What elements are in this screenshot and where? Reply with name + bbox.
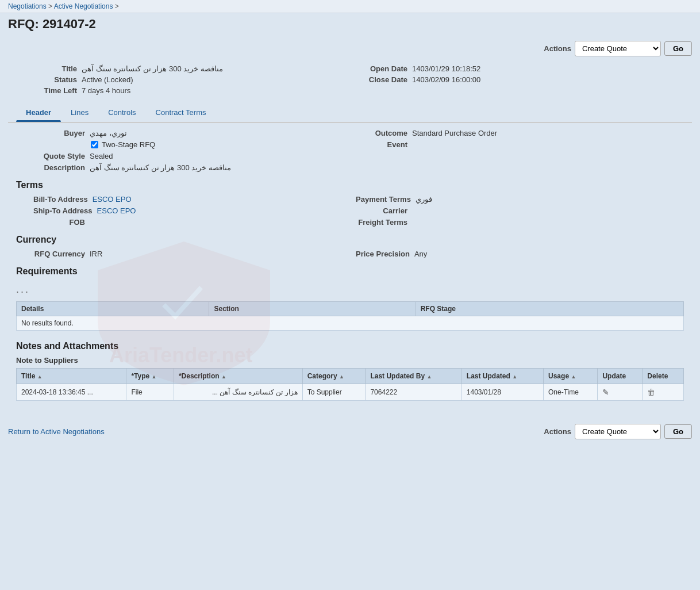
go-button-bottom[interactable]: Go <box>664 424 692 439</box>
three-dots: ... <box>16 281 684 298</box>
notes-row-delete-action[interactable]: 🗑 <box>643 384 684 401</box>
note-to-suppliers-label: Note to Suppliers <box>16 356 684 365</box>
req-col-rfq-stage: RFQ Stage <box>416 302 683 316</box>
open-date-row: Open Date 1403/01/29 10:18:52 <box>356 64 675 73</box>
page-header: RFQ: 291407-2 <box>0 13 700 37</box>
event-row: Event <box>356 140 667 149</box>
ship-to-row: Ship-To Address ESCO EPO <box>33 206 344 215</box>
notes-col-last-updated: Last Updated ▲ <box>461 369 543 384</box>
header-tab-content: Buyer نوري، مهدي Two-Stage RFQ Quote Sty… <box>8 123 692 407</box>
payment-terms-label: Payment Terms <box>356 195 411 204</box>
price-precision-label: Price Precision <box>356 250 410 258</box>
footer-actions-label: Actions <box>544 427 571 436</box>
breadcrumb-negotiations[interactable]: Negotiations <box>8 2 47 10</box>
two-stage-row: Two-Stage RFQ <box>33 140 344 149</box>
notes-row-description: هزار تن کنسانتره سنگ آهن ... <box>174 384 302 401</box>
footer-right: Actions Create Quote View Quote Withdraw… <box>544 424 692 439</box>
actions-dropdown-bottom[interactable]: Create Quote View Quote Withdraw <box>575 424 661 439</box>
main-content: Title مناقصه خرید 300 هزار تن کنسانتره س… <box>0 60 700 407</box>
page-title: RFQ: 291407-2 <box>8 17 692 32</box>
title-label: Title <box>25 64 77 73</box>
notes-col-delete: Delete <box>643 369 684 384</box>
requirements-empty-message: No results found. <box>17 316 684 331</box>
close-date-value: 1403/02/09 16:00:00 <box>412 75 480 84</box>
status-label: Status <box>25 75 77 84</box>
quote-style-label: Quote Style <box>33 152 85 160</box>
footer-actions: Return to Active Negotiations Actions Cr… <box>0 418 700 445</box>
two-stage-checkbox[interactable] <box>91 141 98 148</box>
price-precision-value: Any <box>414 250 427 258</box>
breadcrumb-active-negotiations[interactable]: Active Negotiations <box>54 2 113 10</box>
notes-row-last-updated-by: 7064222 <box>366 384 461 401</box>
terms-section-title: Terms <box>16 180 684 190</box>
carrier-label: Carrier <box>356 206 407 215</box>
notes-col-update: Update <box>598 369 643 384</box>
notes-col-description: *Description ▲ <box>174 369 302 384</box>
status-value: Active (Locked) <box>82 75 133 84</box>
top-actions-row: Actions Create Quote View Quote Withdraw… <box>0 37 700 60</box>
status-row: Status Active (Locked) <box>25 75 344 84</box>
tab-controls[interactable]: Controls <box>98 104 145 122</box>
quote-style-row: Quote Style Sealed <box>33 152 344 160</box>
two-stage-label: Two-Stage RFQ <box>102 140 155 149</box>
description-value: مناقصه خرید 300 هزار تن کنسانتره سنگ آهن <box>90 163 231 172</box>
time-left-label: Time Left <box>25 86 77 95</box>
currency-section-title: Currency <box>16 235 684 245</box>
buyer-value: نوري، مهدي <box>90 129 127 137</box>
ship-to-label: Ship-To Address <box>33 206 93 215</box>
trash-icon[interactable]: 🗑 <box>647 388 655 397</box>
notes-col-title: Title ▲ <box>17 369 126 384</box>
requirements-table: Details Section RFQ Stage No results fou… <box>16 301 684 331</box>
title-row: Title مناقصه خرید 300 هزار تن کنسانتره س… <box>25 64 344 73</box>
ship-to-value[interactable]: ESCO EPO <box>97 206 136 215</box>
notes-col-category: Category ▲ <box>302 369 366 384</box>
req-col-details: Details <box>17 302 209 316</box>
tab-header[interactable]: Header <box>16 104 61 122</box>
actions-dropdown-top[interactable]: Create Quote View Quote Withdraw <box>575 41 661 56</box>
notes-table: Title ▲ *Type ▲ *Description ▲ Category … <box>16 368 684 401</box>
notes-row-update-action[interactable]: ✎ <box>598 384 643 401</box>
time-left-row: Time Left 7 days 4 hours <box>25 86 344 95</box>
notes-row-title: 2024-03-18 13:36:45 ... <box>17 384 126 401</box>
notes-col-type: *Type ▲ <box>126 369 174 384</box>
req-col-section: Section <box>209 302 416 316</box>
breadcrumb: Negotiations > Active Negotiations > <box>0 0 700 13</box>
open-date-label: Open Date <box>356 64 407 73</box>
bill-to-label: Bill-To Address <box>33 195 88 204</box>
rfq-currency-row: RFQ Currency IRR <box>33 250 344 258</box>
title-value: مناقصه خرید 300 هزار تن کنسانتره سنگ آهن <box>82 64 223 73</box>
rfq-currency-value: IRR <box>90 250 102 258</box>
notes-row-type: File <box>126 384 174 401</box>
carrier-row: Carrier <box>356 206 667 215</box>
rfq-currency-label: RFQ Currency <box>33 250 85 258</box>
requirements-empty-row: No results found. <box>17 316 684 331</box>
open-date-value: 1403/01/29 10:18:52 <box>412 64 480 73</box>
freight-terms-row: Freight Terms <box>356 218 667 227</box>
rfq-info-section: Title مناقصه خرید 300 هزار تن کنسانتره س… <box>8 60 692 99</box>
notes-table-row: 2024-03-18 13:36:45 ... File هزار تن کنس… <box>17 384 684 401</box>
quote-style-value: Sealed <box>90 152 113 160</box>
outcome-value: Standard Purchase Order <box>412 129 497 137</box>
notes-row-category: To Supplier <box>302 384 366 401</box>
payment-terms-value: فوري <box>416 195 432 204</box>
tab-contract-terms[interactable]: Contract Terms <box>146 104 216 122</box>
time-left-value: 7 days 4 hours <box>82 86 130 95</box>
bill-to-row: Bill-To Address ESCO EPO <box>33 195 344 204</box>
outcome-row: Outcome Standard Purchase Order <box>356 129 667 137</box>
notes-col-last-updated-by: Last Updated By ▲ <box>366 369 461 384</box>
go-button-top[interactable]: Go <box>664 41 692 56</box>
tabs-container: Header Lines Controls Contract Terms <box>8 99 692 123</box>
notes-row-usage: One-Time <box>544 384 598 401</box>
edit-icon[interactable]: ✎ <box>602 388 609 397</box>
fob-row: FOB <box>33 218 344 227</box>
return-link[interactable]: Return to Active Negotiations <box>8 427 105 436</box>
tab-lines[interactable]: Lines <box>61 104 98 122</box>
bill-to-value[interactable]: ESCO EPO <box>93 195 132 204</box>
buyer-label: Buyer <box>33 129 85 137</box>
payment-terms-row: Payment Terms فوري <box>356 195 667 204</box>
notes-section-title: Notes and Attachments <box>16 341 684 351</box>
description-label: Description <box>33 163 85 172</box>
event-label: Event <box>356 140 407 149</box>
actions-label: Actions <box>544 44 571 53</box>
requirements-section-title: Requirements <box>16 266 684 277</box>
